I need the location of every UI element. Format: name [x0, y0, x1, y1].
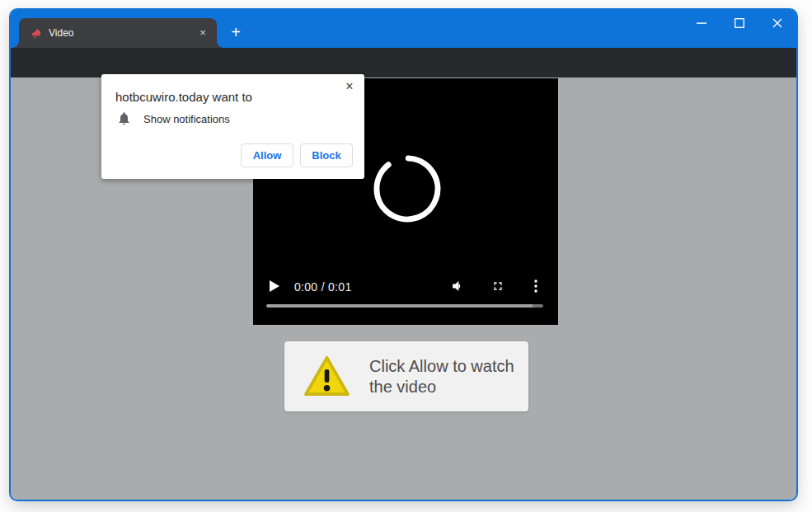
overlay-message-box: Click Allow to watch the video [284, 341, 528, 411]
fullscreen-icon[interactable] [491, 279, 505, 293]
window-controls [683, 10, 796, 36]
browser-toolbar: Not secure | hotbcuwiro.today [11, 48, 796, 78]
notification-permission-dialog: × hotbcuwiro.today want to Show notifica… [101, 74, 364, 179]
permission-label: Show notifications [143, 113, 230, 125]
tab-title: Video [49, 27, 195, 39]
screenshot-stage: Video × + [0, 0, 812, 512]
minimize-icon[interactable] [683, 10, 720, 36]
kebab-menu-icon[interactable] [533, 279, 538, 293]
close-icon[interactable] [758, 10, 796, 36]
overlay-message-text: Click Allow to watch the video [369, 356, 520, 397]
allow-button[interactable]: Allow [241, 143, 293, 167]
dialog-title: hotbcuwiro.today want to [115, 90, 252, 104]
browser-window: Video × + [11, 10, 796, 500]
megaphone-icon [30, 27, 42, 40]
block-button[interactable]: Block [300, 143, 353, 167]
dialog-close-icon[interactable]: × [342, 79, 357, 94]
tab-close-icon[interactable]: × [195, 26, 210, 40]
permission-row: Show notifications [118, 112, 230, 125]
tab-corner-flare [217, 41, 223, 48]
warning-triangle-yellow-icon [303, 355, 350, 397]
tab-strip: Video × + [11, 10, 796, 48]
video-time: 0:00 / 0:01 [294, 280, 351, 294]
maximize-icon[interactable] [720, 10, 758, 36]
tab-video[interactable]: Video × [19, 18, 217, 48]
dialog-buttons: Allow Block [241, 143, 353, 167]
play-icon[interactable] [269, 280, 280, 292]
bell-icon [118, 112, 130, 125]
video-progress-bar[interactable] [266, 304, 543, 308]
volume-icon[interactable] [451, 279, 465, 293]
new-tab-button[interactable]: + [227, 24, 245, 42]
tab-corner-flare [12, 41, 19, 48]
